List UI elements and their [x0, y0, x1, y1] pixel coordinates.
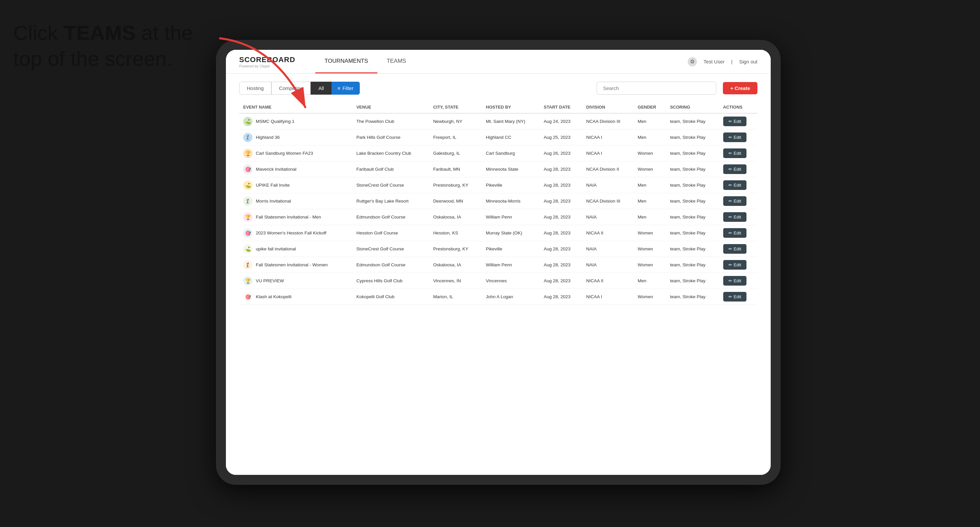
nav-tabs: TOURNAMENTS TEAMS [315, 50, 415, 73]
logo-text: SCOREBOARD [239, 56, 295, 64]
cell-venue: StoneCrest Golf Course [352, 177, 429, 193]
cell-gender: Men [634, 130, 666, 146]
event-name-text: Carl Sandburg Women FA23 [256, 151, 313, 156]
cell-city-state: Galesburg, IL [429, 146, 482, 161]
edit-button[interactable]: ✏ Edit [723, 244, 746, 254]
edit-button[interactable]: ✏ Edit [723, 180, 746, 190]
edit-button[interactable]: ✏ Edit [723, 276, 746, 286]
event-icon: ⛳ [243, 244, 253, 254]
col-division: DIVISION [582, 101, 634, 113]
col-city-state: CITY, STATE [429, 101, 482, 113]
cell-event-name: 🏌 Fall Statesmen Invitational - Women [239, 257, 352, 273]
event-name-text: Klash at Kokopelli [256, 294, 291, 299]
cell-division: NAIA [582, 177, 634, 193]
col-hosted-by: HOSTED BY [482, 101, 540, 113]
cell-gender: Men [634, 193, 666, 209]
edit-icon: ✏ [729, 151, 732, 156]
cell-venue: StoneCrest Golf Course [352, 241, 429, 257]
tablet-screen: SCOREBOARD Powered by Clippit TOURNAMENT… [226, 50, 771, 475]
filter-btn[interactable]: ≡ Filter [331, 82, 360, 95]
cell-event-name: ⛳ MSMC Qualifying 1 [239, 113, 352, 130]
edit-button[interactable]: ✏ Edit [723, 196, 746, 206]
cell-hosted-by: Murray State (OK) [482, 225, 540, 241]
signout-link[interactable]: Sign out [739, 59, 757, 64]
edit-button[interactable]: ✏ Edit [723, 292, 746, 302]
edit-icon: ✏ [729, 167, 732, 172]
cell-venue: Faribault Golf Club [352, 161, 429, 177]
cell-event-name: ⛳ upike fall invitational [239, 241, 352, 257]
cell-start-date: Aug 28, 2023 [540, 289, 582, 305]
cell-hosted-by: Vincennes [482, 273, 540, 289]
search-input[interactable] [597, 82, 716, 95]
cell-gender: Men [634, 113, 666, 130]
edit-button[interactable]: ✏ Edit [723, 164, 746, 174]
cell-scoring: team, Stroke Play [666, 130, 719, 146]
cell-event-name: 🏆 Fall Statesmen Invitational - Men [239, 209, 352, 225]
competing-filter-btn[interactable]: Competing [271, 82, 311, 95]
col-start-date: START DATE [540, 101, 582, 113]
table-row: ⛳ UPIKE Fall Invite StoneCrest Golf Cour… [239, 177, 757, 193]
cell-actions: ✏ Edit [719, 146, 758, 161]
cell-actions: ✏ Edit [719, 241, 758, 257]
cell-venue: Lake Bracken Country Club [352, 146, 429, 161]
event-name-text: MSMC Qualifying 1 [256, 119, 294, 124]
cell-hosted-by: John A Logan [482, 289, 540, 305]
cell-start-date: Aug 24, 2023 [540, 113, 582, 130]
cell-division: NCAA Division III [582, 113, 634, 130]
col-scoring: SCORING [666, 101, 719, 113]
edit-button[interactable]: ✏ Edit [723, 212, 746, 222]
edit-icon: ✏ [729, 294, 732, 299]
edit-icon: ✏ [729, 198, 732, 203]
table-row: 🏌 Highland 36 Park Hills Golf Course Fre… [239, 130, 757, 146]
table-row: 🎯 Maverick Invitational Faribault Golf C… [239, 161, 757, 177]
cell-scoring: team, Stroke Play [666, 177, 719, 193]
cell-division: NICAA I [582, 146, 634, 161]
create-button[interactable]: + Create [723, 82, 757, 94]
edit-button[interactable]: ✏ Edit [723, 228, 746, 238]
cell-hosted-by: William Penn [482, 257, 540, 273]
cell-hosted-by: William Penn [482, 209, 540, 225]
table-row: 🎯 2023 Women's Hesston Fall Kickoff Hess… [239, 225, 757, 241]
logo-sub: Powered by Clippit [239, 64, 295, 68]
cell-start-date: Aug 25, 2023 [540, 130, 582, 146]
settings-icon[interactable]: ⚙ [688, 57, 697, 67]
cell-division: NAIA [582, 241, 634, 257]
cell-start-date: Aug 26, 2023 [540, 146, 582, 161]
event-name-text: Fall Statesmen Invitational - Men [256, 214, 321, 219]
app-header: SCOREBOARD Powered by Clippit TOURNAMENT… [226, 50, 771, 74]
cell-city-state: Oskaloosa, IA [429, 209, 482, 225]
cell-gender: Women [634, 225, 666, 241]
event-icon: 🎯 [243, 292, 253, 302]
cell-gender: Men [634, 209, 666, 225]
table-body: ⛳ MSMC Qualifying 1 The Powelton Club Ne… [239, 113, 757, 305]
tab-tournaments[interactable]: TOURNAMENTS [315, 50, 377, 73]
search-wrapper [597, 82, 716, 95]
cell-division: NAIA [582, 209, 634, 225]
cell-venue: Edmundson Golf Course [352, 209, 429, 225]
cell-start-date: Aug 28, 2023 [540, 241, 582, 257]
table-container: EVENT NAME VENUE CITY, STATE HOSTED BY S… [239, 101, 757, 467]
tablet-frame: SCOREBOARD Powered by Clippit TOURNAMENT… [216, 40, 781, 485]
table-row: ⛳ MSMC Qualifying 1 The Powelton Club Ne… [239, 113, 757, 130]
table-row: 🏆 VU PREVIEW Cypress Hills Golf Club Vin… [239, 273, 757, 289]
cell-gender: Women [634, 289, 666, 305]
edit-button[interactable]: ✏ Edit [723, 148, 746, 158]
edit-icon: ✏ [729, 119, 732, 124]
edit-icon: ✏ [729, 214, 732, 219]
event-name-text: 2023 Women's Hesston Fall Kickoff [256, 230, 326, 235]
cell-division: NCAA Division III [582, 193, 634, 209]
logo-area: SCOREBOARD Powered by Clippit [239, 56, 295, 68]
tab-teams[interactable]: TEAMS [377, 50, 415, 73]
cell-start-date: Aug 28, 2023 [540, 273, 582, 289]
table-row: 🏆 Carl Sandburg Women FA23 Lake Bracken … [239, 146, 757, 161]
event-icon: ⛳ [243, 181, 253, 190]
edit-button[interactable]: ✏ Edit [723, 117, 746, 126]
cell-actions: ✏ Edit [719, 193, 758, 209]
hosting-filter-btn[interactable]: Hosting [239, 82, 271, 95]
cell-gender: Men [634, 273, 666, 289]
filter-label: Filter [342, 85, 353, 91]
all-filter-btn[interactable]: All [310, 82, 331, 95]
edit-button[interactable]: ✏ Edit [723, 260, 746, 270]
table-row: 🏌 Fall Statesmen Invitational - Women Ed… [239, 257, 757, 273]
edit-button[interactable]: ✏ Edit [723, 132, 746, 142]
